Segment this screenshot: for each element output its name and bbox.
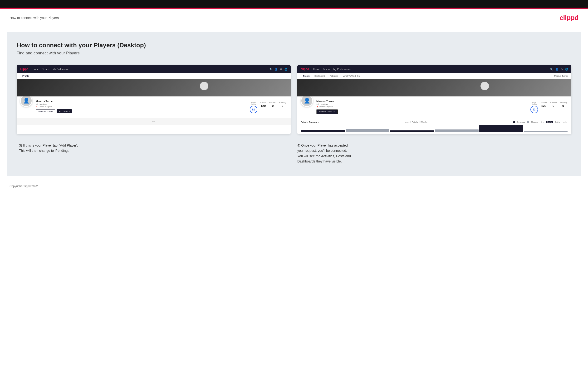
user-icon[interactable]: 👤	[275, 68, 277, 71]
right-nav-items: Home Teams My Performance	[313, 68, 550, 71]
on-course-legend-label: On course	[517, 121, 525, 123]
main-content: How to connect with your Players (Deskto…	[7, 32, 581, 176]
page-header: How to connect with your Players clippd	[0, 9, 588, 27]
close-icon: ✕	[333, 111, 335, 113]
time-btn-3mths[interactable]: 3 mths	[553, 121, 561, 123]
add-player-button[interactable]: Add Player +	[57, 109, 72, 113]
right-profile-info: Marcus Turner 1-5 Handicap 📍 United King…	[316, 99, 526, 114]
right-profile-handicap: 1-5 Handicap	[316, 103, 526, 105]
left-tab-profile[interactable]: Profile	[20, 73, 31, 79]
right-stat-followers: Followers 0	[549, 100, 559, 115]
time-btn-1mth[interactable]: 1 mth	[561, 121, 568, 123]
settings-icon-right[interactable]: ⚙	[561, 68, 563, 71]
left-stat-activities: Activities 129	[258, 100, 268, 115]
left-stat-following: Following 0	[277, 100, 287, 115]
off-course-legend-dot	[527, 121, 529, 123]
right-profile-section: 👤 Marcus Turner 1-5 Handicap 📍 United Ki…	[297, 96, 571, 118]
screenshots-row: clippd Home Teams My Performance 🔍 👤 ⚙ 🌐…	[17, 65, 571, 134]
page-footer: Copyright Clippd 2022	[0, 181, 588, 192]
right-stat-quality: Player Quality 92	[529, 100, 539, 115]
right-tab-activities[interactable]: Activities	[327, 73, 341, 79]
main-subtitle: Find and connect with your Players	[17, 51, 571, 56]
avatar-icon-left: 👤	[23, 98, 29, 104]
left-profile-location: 📍 United Kingdom	[36, 106, 245, 108]
caption-right-text: 4) Once your Player has acceptedyour req…	[297, 143, 351, 163]
bar-1	[301, 130, 345, 132]
breadcrumb: How to connect with your Players	[9, 16, 59, 20]
settings-icon[interactable]: ⚙	[280, 68, 282, 71]
left-profile-section: 👤 Marcus Turner 1-5 Handicap 📍 United Ki…	[17, 96, 291, 118]
hero-circle-right	[481, 82, 489, 90]
plus-icon: +	[69, 110, 70, 112]
search-icon[interactable]: 🔍	[269, 68, 272, 71]
location-icon-left: 📍	[36, 106, 38, 108]
clippd-logo: clippd	[560, 14, 579, 22]
left-nav-teams[interactable]: Teams	[42, 68, 49, 71]
caption-left: 3) If this is your Player tap, 'Add Play…	[19, 143, 291, 164]
left-nav-myperformance[interactable]: My Performance	[52, 68, 70, 71]
right-tab-bar: Profile Dashboard Activities What To Wor…	[297, 73, 571, 79]
hero-circle-left	[200, 82, 208, 90]
left-tab-bar: Profile	[17, 73, 291, 79]
scroll-icon-left: ✏	[152, 120, 155, 124]
copyright-text: Copyright Clippd 2022	[9, 184, 38, 188]
activity-controls: On course Off course 1 yr 6 mths 3 mths …	[513, 121, 568, 123]
left-nav-home[interactable]: Home	[33, 68, 39, 71]
left-profile-handicap: 1-5 Handicap	[36, 103, 245, 105]
left-profile-name: Marcus Turner	[36, 100, 245, 103]
off-course-legend-label: Off course	[531, 121, 538, 123]
right-hero-banner	[297, 79, 571, 96]
remove-player-button[interactable]: Remove Player ✕	[316, 109, 338, 114]
right-tab-dashboard[interactable]: Dashboard	[312, 73, 327, 79]
avatar-icon-right: 👤	[304, 98, 310, 104]
left-stat-quality: Player Quality 92	[249, 100, 258, 115]
search-icon-right[interactable]: 🔍	[550, 68, 553, 71]
globe-icon-right[interactable]: 🌐	[565, 68, 568, 71]
right-nav-myperformance[interactable]: My Performance	[333, 68, 351, 71]
quality-circle-right: 92	[530, 106, 538, 113]
activity-legend: On course Off course	[513, 121, 538, 123]
right-stat-following: Following 0	[558, 100, 568, 115]
bar-chart	[301, 125, 568, 132]
screenshot-left: clippd Home Teams My Performance 🔍 👤 ⚙ 🌐…	[17, 65, 291, 134]
request-follow-button[interactable]: Request to Follow	[36, 109, 55, 113]
right-tab-profile[interactable]: Profile	[301, 73, 312, 79]
quality-circle-left: 92	[250, 106, 257, 113]
caption-right: 4) Once your Player has acceptedyour req…	[297, 143, 569, 164]
on-course-legend-dot	[513, 121, 515, 123]
location-icon-right: 📍	[316, 106, 319, 108]
left-profile-buttons: Request to Follow Add Player +	[36, 109, 245, 113]
header-divider	[0, 27, 588, 27]
left-stat-followers: Followers 0	[268, 100, 278, 115]
right-nav-icons: 🔍 👤 ⚙ 🌐	[550, 68, 568, 71]
right-profile-name: Marcus Turner	[316, 100, 526, 103]
left-navbar: clippd Home Teams My Performance 🔍 👤 ⚙ 🌐	[17, 65, 291, 73]
user-icon-right[interactable]: 👤	[555, 68, 558, 71]
left-nav-icons: 🔍 👤 ⚙ 🌐	[269, 68, 287, 71]
caption-left-text: 3) If this is your Player tap, 'Add Play…	[19, 143, 78, 152]
right-nav-home[interactable]: Home	[313, 68, 320, 71]
right-nav-teams[interactable]: Teams	[323, 68, 330, 71]
screenshot-right: clippd Home Teams My Performance 🔍 👤 ⚙ 🌐…	[297, 65, 571, 134]
left-nav-items: Home Teams My Performance	[33, 68, 269, 71]
bar-4	[435, 129, 479, 132]
activity-summary: Activity Summary Monthly Activity · 6 Mo…	[297, 118, 571, 134]
left-profile-info: Marcus Turner 1-5 Handicap 📍 United King…	[36, 99, 245, 113]
time-btn-1yr[interactable]: 1 yr	[540, 121, 545, 123]
activity-time-buttons: 1 yr 6 mths 3 mths 1 mth	[540, 121, 568, 123]
right-navbar: clippd Home Teams My Performance 🔍 👤 ⚙ 🌐	[297, 65, 571, 73]
right-profile-location: 📍 United Kingdom	[316, 106, 526, 108]
right-stat-activities: Activities 129	[539, 100, 549, 115]
activity-period: Monthly Activity · 6 Months	[405, 121, 427, 123]
activity-header: Activity Summary Monthly Activity · 6 Mo…	[301, 121, 568, 123]
globe-icon[interactable]: 🌐	[285, 68, 287, 71]
right-nav-logo: clippd	[301, 67, 309, 71]
right-tab-what-to-work-on[interactable]: What To Work On	[341, 73, 362, 79]
bar-3	[390, 130, 434, 132]
left-hero-banner	[17, 79, 291, 96]
left-scroll-hint: ✏	[17, 118, 291, 125]
time-btn-6mths[interactable]: 6 mths	[546, 121, 553, 123]
activity-title: Activity Summary	[301, 121, 319, 123]
main-title: How to connect with your Players (Deskto…	[17, 42, 571, 49]
right-tab-username: Marcus Turner	[554, 73, 568, 79]
